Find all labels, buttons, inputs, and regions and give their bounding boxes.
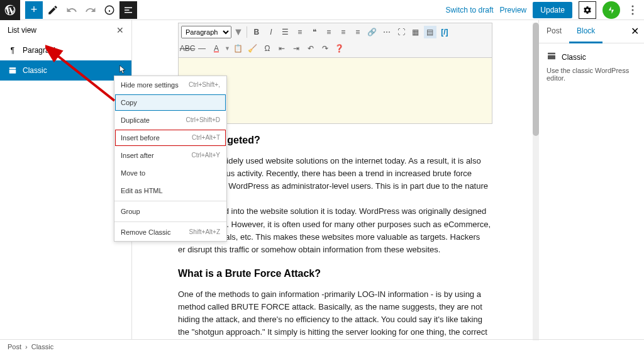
ctx-move-to[interactable]: Move to — [114, 164, 226, 182]
svg-rect-8 — [548, 53, 555, 55]
settings-sidebar: Post Block ✕ Classic Use the classic Wor… — [538, 20, 644, 339]
ctx-insert-after[interactable]: Insert afterCtrl+Alt+Y — [114, 147, 226, 164]
list-view-title: List view — [8, 26, 36, 35]
add-block-button[interactable]: + — [25, 1, 43, 19]
settings-toggle-button[interactable] — [579, 1, 596, 19]
list-item-label: Classic — [23, 66, 47, 75]
list-view-panel: List view ✕ ¶ Paragraph Classic — [0, 20, 132, 339]
ctx-remove[interactable]: Remove ClassicShift+Alt+Z — [114, 223, 226, 241]
align-center-button[interactable]: ≡ — [337, 26, 350, 38]
list-view-close-button[interactable]: ✕ — [116, 25, 124, 35]
preview-button[interactable]: Preview — [500, 6, 527, 14]
ctx-insert-before[interactable]: Insert beforeCtrl+Alt+T — [115, 130, 226, 146]
top-bar: + Switch to draft Preview Update — [0, 0, 644, 20]
listview-toggle-button[interactable] — [119, 1, 137, 19]
undo-button[interactable] — [63, 1, 80, 19]
indent-button[interactable]: ⇥ — [290, 42, 303, 55]
list-item-classic[interactable]: Classic — [0, 60, 131, 81]
gear-icon — [583, 6, 592, 14]
kebab-icon — [631, 5, 634, 15]
edit-tool-button[interactable] — [44, 1, 62, 19]
outdent-button[interactable]: ⇤ — [275, 42, 288, 55]
switch-to-draft-button[interactable]: Switch to draft — [446, 6, 494, 14]
table-button[interactable]: ▦ — [409, 26, 422, 38]
svg-rect-7 — [9, 70, 16, 74]
breadcrumb: Post › Classic — [0, 339, 644, 353]
list-item-label: Paragraph — [23, 46, 58, 55]
format-select[interactable]: Paragraph — [181, 26, 231, 38]
paragraph-icon: ¶ — [8, 45, 18, 55]
canvas-scrollbar[interactable] — [533, 23, 539, 340]
specialchar-button[interactable]: Ω — [261, 42, 274, 55]
jetpack-icon — [607, 6, 616, 14]
ctx-hide-settings[interactable]: Hide more settingsCtrl+Shift+, — [114, 76, 226, 94]
more-options-button[interactable] — [626, 1, 639, 19]
redo-tb-button[interactable]: ↷ — [319, 42, 331, 55]
breadcrumb-item[interactable]: Post — [8, 343, 21, 350]
info-button[interactable] — [101, 1, 118, 19]
cursor-icon — [118, 64, 128, 74]
svg-rect-9 — [548, 55, 555, 60]
ctx-edit-html[interactable]: Edit as HTML — [114, 182, 226, 199]
jetpack-button[interactable] — [602, 1, 620, 19]
block-type-description: Use the classic WordPress editor. — [547, 67, 636, 82]
breadcrumb-item[interactable]: Classic — [31, 343, 53, 350]
tab-block[interactable]: Block — [569, 20, 602, 43]
svg-point-4 — [632, 9, 634, 11]
classic-toolbar: Paragraph ▼ B I ☰ ≡ ❝ ≡ ≡ ≡ 🔗 ⋯ ⛶ ▦ ▤ — [178, 23, 492, 58]
block-type-name: Classic — [562, 53, 586, 62]
more-button[interactable]: ⋯ — [380, 26, 393, 38]
textcolor-button[interactable]: A — [210, 42, 223, 55]
block-type-icon — [547, 51, 557, 63]
align-left-button[interactable]: ≡ — [323, 26, 335, 38]
ctx-duplicate[interactable]: DuplicateCtrl+Shift+D — [114, 111, 226, 129]
svg-point-5 — [632, 13, 634, 14]
sidebar-close-button[interactable]: ✕ — [626, 20, 644, 43]
ctx-copy[interactable]: Copy — [115, 94, 226, 111]
wp-logo[interactable] — [0, 0, 20, 20]
paragraph-2: One of the methods to gain information -… — [178, 288, 492, 339]
clear-button[interactable]: 🧹 — [247, 42, 259, 55]
heading-2: What is a Brute Force Attack? — [178, 266, 492, 282]
update-button[interactable]: Update — [533, 2, 572, 18]
list-item-paragraph[interactable]: ¶ Paragraph — [0, 40, 131, 60]
classic-icon — [8, 65, 18, 76]
quote-button[interactable]: ❝ — [308, 26, 321, 38]
ul-button[interactable]: ☰ — [279, 26, 292, 38]
strikethrough-button[interactable]: ABC — [181, 42, 194, 55]
ctx-group[interactable]: Group — [114, 203, 226, 220]
block-context-menu: Hide more settingsCtrl+Shift+, Copy Dupl… — [114, 76, 227, 242]
undo-tb-button[interactable]: ↶ — [304, 42, 317, 55]
svg-point-3 — [632, 5, 634, 7]
link-button[interactable]: 🔗 — [366, 26, 379, 38]
ol-button[interactable]: ≡ — [294, 26, 306, 38]
fullscreen-button[interactable]: ⛶ — [395, 26, 408, 38]
hr-button[interactable]: — — [196, 42, 208, 55]
redo-button[interactable] — [82, 1, 99, 19]
paste-button[interactable]: 📋 — [232, 42, 245, 55]
shortcode-button[interactable]: [/] — [438, 26, 451, 38]
help-button[interactable]: ❓ — [333, 42, 346, 55]
wordpress-icon — [4, 4, 16, 16]
italic-button[interactable]: I — [265, 26, 277, 38]
tab-post[interactable]: Post — [539, 20, 569, 43]
align-right-button[interactable]: ≡ — [352, 26, 364, 38]
svg-rect-6 — [9, 67, 16, 69]
bold-button[interactable]: B — [250, 26, 263, 38]
kitchensink-button[interactable]: ▤ — [424, 26, 436, 38]
